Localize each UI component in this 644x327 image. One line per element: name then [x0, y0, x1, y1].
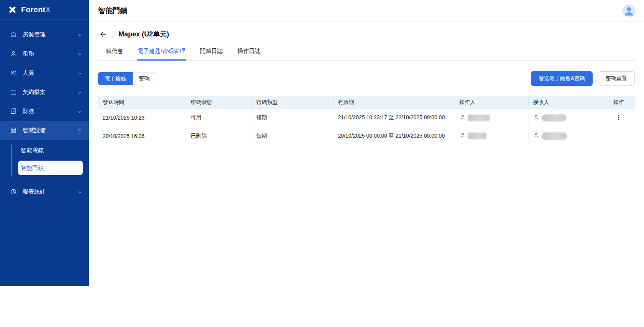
logo-text: ForentX — [21, 5, 51, 14]
sidebar-item-label: 契約檔案 — [23, 89, 72, 96]
send-ekey-password-button[interactable]: 發送電子鑰匙&密碼 — [531, 71, 593, 86]
sidebar-item-reports[interactable]: 報表統計 — [0, 182, 89, 201]
person-icon — [533, 132, 539, 140]
sidebar-item-label: 財務 — [23, 108, 72, 115]
col-operator: 操作人 — [455, 96, 528, 109]
controls-row: 電子鑰匙 密碼 發送電子鑰匙&密碼 密碼重置 — [98, 71, 635, 86]
content: Mapex (U2单元) 鎖信息 電子鑰匙/密碼管理 開鎖日誌 操作日誌 電子鑰… — [89, 21, 644, 145]
back-arrow-icon[interactable] — [98, 29, 108, 39]
col-validity: 有效期 — [333, 96, 455, 109]
cell-password-status: 已刪除 — [186, 127, 251, 145]
sidebar: ForentX 房源管理 租務 人員 — [0, 0, 89, 286]
cell-receiver — [528, 109, 603, 127]
pie-chart-icon — [10, 188, 17, 195]
cell-operator — [455, 127, 528, 145]
divider — [113, 31, 113, 38]
table-row: 20/10/2025 16:06 已刪除 短期 20/10/2025 00:00… — [98, 127, 635, 145]
sidebar-item-smart-devices[interactable]: 智慧設備 — [0, 121, 89, 140]
folder-icon — [10, 89, 17, 95]
tab-operation-log[interactable]: 操作日誌 — [237, 44, 261, 61]
sidebar-item-leasing[interactable]: 租務 — [0, 44, 89, 63]
sidebar-item-contracts[interactable]: 契約檔案 — [0, 82, 89, 102]
redacted-operator-name — [468, 115, 490, 121]
col-password-type: 密碼類型 — [251, 96, 333, 109]
sidebar-subitem-smart-lock[interactable]: 智能門鎖 — [18, 161, 83, 175]
sidebar-item-properties[interactable]: 房源管理 — [0, 25, 89, 44]
smart-device-icon — [10, 127, 17, 134]
redacted-operator-name — [468, 133, 486, 139]
cell-password-status: 可用 — [186, 109, 251, 127]
row-actions-menu-icon[interactable] — [614, 113, 623, 122]
cell-actions — [603, 127, 635, 145]
cell-sent-time: 21/10/2025 10:23 — [98, 109, 186, 127]
cell-operator — [455, 109, 528, 127]
logo-x-icon — [8, 5, 17, 15]
user-icon — [10, 50, 17, 57]
col-actions: 操作 — [603, 96, 635, 109]
top-bar: 智能門鎖 — [89, 0, 644, 21]
cell-sent-time: 20/10/2025 16:06 — [98, 127, 186, 145]
sidebar-item-label: 房源管理 — [23, 31, 72, 38]
cell-password-type: 短期 — [251, 127, 333, 145]
chevron-down-icon — [77, 189, 82, 194]
password-reset-button[interactable]: 密碼重置 — [598, 71, 635, 86]
logo: ForentX — [0, 0, 89, 20]
redacted-receiver-name — [542, 114, 566, 122]
person-icon — [533, 114, 539, 122]
cell-actions — [603, 109, 635, 127]
col-receiver: 接收人 — [528, 96, 603, 109]
segment-password[interactable]: 密碼 — [133, 72, 156, 85]
redacted-receiver-name — [542, 132, 567, 140]
tab-ekey-password[interactable]: 電子鑰匙/密碼管理 — [137, 44, 186, 61]
sidebar-item-label: 租務 — [23, 50, 72, 58]
table-header: 發送時間 密碼狀態 密碼類型 有效期 操作人 接收人 操作 — [98, 96, 635, 109]
tab-unlock-log[interactable]: 開鎖日誌 — [199, 44, 223, 61]
chevron-down-icon — [77, 90, 82, 94]
finance-doc-icon — [10, 108, 17, 115]
sidebar-item-label: 報表統計 — [23, 188, 72, 196]
users-icon — [10, 69, 17, 76]
sidebar-item-label: 人員 — [23, 69, 72, 77]
action-buttons: 發送電子鑰匙&密碼 密碼重置 — [531, 71, 635, 86]
sidebar-menu: 房源管理 租務 人員 契約檔案 — [0, 20, 89, 201]
person-icon — [460, 114, 466, 122]
detail-header: Mapex (U2单元) — [98, 29, 635, 39]
segment-ekey[interactable]: 電子鑰匙 — [98, 72, 133, 85]
chevron-down-icon — [77, 51, 82, 56]
col-password-status: 密碼狀態 — [186, 96, 251, 109]
cell-receiver — [528, 127, 603, 145]
cell-password-type: 短期 — [251, 109, 333, 127]
lock-name-title: Mapex (U2单元) — [118, 30, 169, 39]
subitem-label: 智能電錶 — [21, 147, 44, 154]
sidebar-item-label: 智慧設備 — [23, 127, 72, 134]
sidebar-subitem-smart-meter[interactable]: 智能電錶 — [18, 143, 83, 158]
app-window: ForentX 房源管理 租務 人員 — [0, 0, 644, 286]
sidebar-item-personnel[interactable]: 人員 — [0, 63, 89, 82]
cell-validity: 20/10/2025 00:00:00 至 21/10/2025 00:00:0… — [333, 127, 455, 145]
home-icon — [10, 31, 17, 38]
chevron-down-icon — [77, 71, 82, 75]
person-icon — [460, 132, 466, 140]
user-avatar[interactable] — [623, 4, 636, 17]
subitem-label: 智能門鎖 — [21, 164, 44, 172]
chevron-up-icon — [77, 128, 82, 133]
cell-validity: 21/10/2025 10:23:17 至 22/10/2025 00:00:0… — [333, 109, 455, 127]
smart-devices-submenu: 智能電錶 智能門鎖 — [0, 140, 89, 182]
detail-tabs: 鎖信息 電子鑰匙/密碼管理 開鎖日誌 操作日誌 — [98, 44, 635, 61]
ekey-table: 發送時間 密碼狀態 密碼類型 有效期 操作人 接收人 操作 21/10/2025… — [98, 96, 635, 145]
table-row: 21/10/2025 10:23 可用 短期 21/10/2025 10:23:… — [98, 109, 635, 127]
key-type-segmented-control: 電子鑰匙 密碼 — [98, 72, 156, 85]
page-title: 智能門鎖 — [98, 6, 127, 16]
chevron-down-icon — [77, 32, 82, 37]
tab-lock-info[interactable]: 鎖信息 — [105, 44, 124, 61]
sidebar-item-finance[interactable]: 財務 — [0, 102, 89, 121]
col-sent-time: 發送時間 — [98, 96, 186, 109]
main-area: 智能門鎖 Mapex (U2单元) 鎖信息 電子鑰匙/密碼管理 開鎖日誌 操作日… — [89, 0, 644, 286]
chevron-down-icon — [77, 109, 82, 113]
